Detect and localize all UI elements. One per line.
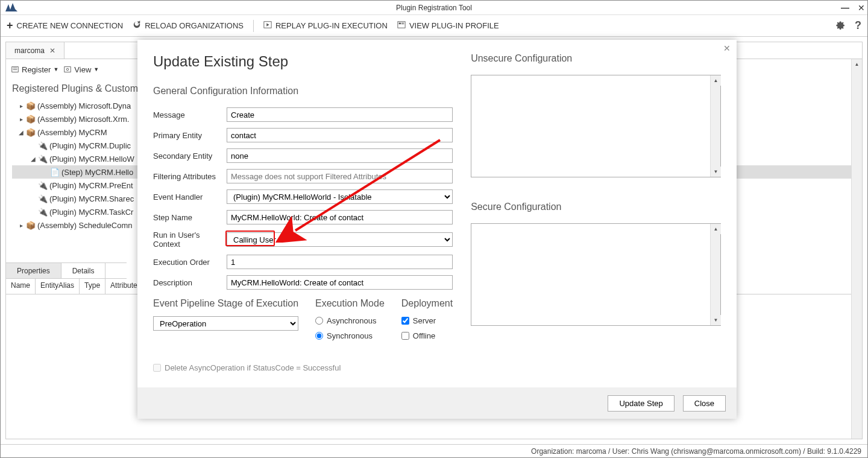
offline-check[interactable]: Offline [401,331,453,340]
run-context-label: Run in User's Context [153,231,227,249]
minimize-button[interactable]: — [841,3,849,13]
reload-orgs-button[interactable]: RELOAD ORGANIZATIONS [133,21,244,31]
assembly-icon: 📦 [27,221,35,229]
unsecure-heading: Unsecure Configuration [471,53,721,64]
expander-icon[interactable]: ▸ [18,222,24,228]
svg-rect-6 [13,68,17,68]
tree-label: (Plugin) MyCRM.Sharec [49,194,134,203]
pipeline-select[interactable]: PreOperation [153,316,298,331]
primary-entity-label: Primary Entity [153,131,227,140]
separator [253,20,254,32]
filtering-input [227,169,453,183]
event-handler-select[interactable]: (Plugin) MyCRM.HelloWorld - Isolatable [227,189,453,204]
svg-point-9 [67,68,69,71]
svg-rect-1 [398,22,405,28]
svg-rect-4 [401,24,404,24]
server-check[interactable]: Server [401,316,453,325]
scroll-down-icon[interactable]: ▼ [711,167,721,177]
message-input[interactable] [227,107,453,122]
plugin-icon: 🔌 [39,208,47,216]
async-label: Asynchronous [327,316,376,325]
tree-label: (Plugin) MyCRM.Duplic [49,141,131,150]
run-context-select[interactable]: Calling User [227,232,453,247]
chevron-down-icon: ▼ [93,66,99,72]
message-label: Message [153,110,227,119]
register-label: Register [22,65,51,74]
expander-icon[interactable]: ◢ [30,156,36,162]
tab-close-icon[interactable]: ✕ [49,46,55,55]
tree-label: (Plugin) MyCRM.PreEnt [49,181,133,190]
col-name[interactable]: Name [6,279,36,294]
statusbar-text: Organization: marcoma / User: Chris Wang… [531,447,861,456]
expander-icon[interactable]: ◢ [18,129,24,135]
gear-icon [834,19,845,30]
titlebar: Plugin Registration Tool — ✕ [1,1,867,15]
chevron-down-icon: ▼ [53,66,58,72]
scroll-down-icon[interactable]: ▼ [711,315,721,325]
view-profile-label: VIEW PLUG-IN PROFILE [409,21,499,30]
sync-radio[interactable]: Synchronous [315,331,385,340]
scroll-up-icon[interactable]: ▲ [852,59,862,69]
scroll-up-icon[interactable]: ▲ [711,75,721,86]
replay-button[interactable]: REPLAY PLUG-IN EXECUTION [263,21,388,31]
close-button[interactable]: Close [683,395,726,412]
view-label: View [74,65,91,74]
replay-label: REPLAY PLUG-IN EXECUTION [275,21,388,30]
view-dropdown[interactable]: View ▼ [63,65,99,74]
col-entityalias[interactable]: EntityAlias [36,279,80,294]
grid-header-row: Name EntityAlias Type Attributes [6,278,127,294]
tree-label: (Assembly) MyCRM [37,128,107,137]
statusbar: Organization: marcoma / User: Chris Wang… [1,444,867,457]
app-logo-icon [5,3,17,14]
reload-orgs-label: RELOAD ORGANIZATIONS [145,21,244,30]
close-button[interactable]: ✕ [858,3,865,13]
deployment-heading: Deployment [401,298,453,309]
exec-order-label: Execution Order [153,258,227,267]
tree-label: (Step) MyCRM.Hello [61,168,133,177]
org-tab[interactable]: marcoma ✕ [6,42,64,59]
tree-label: (Assembly) ScheduleComn [37,221,133,230]
scrollbar[interactable]: ▲ ▼ [710,75,720,177]
scroll-up-icon[interactable]: ▲ [711,224,721,234]
offline-label: Offline [413,331,435,340]
step-name-label: Step Name [153,213,227,222]
exec-order-input[interactable] [227,255,453,269]
expander-icon[interactable]: ▸ [18,103,24,109]
secure-config-textarea[interactable]: ▲ ▼ [471,223,721,326]
expander-icon[interactable]: ▸ [18,116,24,122]
description-input[interactable] [227,275,453,290]
secondary-entity-input[interactable] [227,148,453,163]
plugin-icon: 🔌 [39,181,47,189]
tab-details[interactable]: Details [61,263,106,278]
description-label: Description [153,278,227,287]
col-type[interactable]: Type [80,279,105,294]
tree-label: (Plugin) MyCRM.HelloW [49,154,134,164]
assembly-icon: 📦 [27,101,35,110]
update-step-button[interactable]: Update Step [608,395,674,412]
tree-label: (Plugin) MyCRM.TaskCr [49,208,133,217]
exec-mode-heading: Execution Mode [315,298,385,309]
step-name-input[interactable] [227,210,453,224]
update-step-dialog: ✕ Update Existing Step General Configura… [137,40,737,419]
svg-rect-7 [13,69,17,70]
settings-button[interactable] [834,19,845,32]
register-icon [11,65,19,74]
scrollbar[interactable]: ▲ ▼ [710,224,720,325]
tree-label: (Assembly) Microsoft.Xrm. [37,115,129,124]
view-profile-button[interactable]: VIEW PLUG-IN PROFILE [397,21,499,31]
unsecure-config-textarea[interactable]: ▲ ▼ [471,75,721,177]
server-label: Server [413,316,436,325]
svg-rect-2 [399,23,401,25]
profile-icon [397,21,406,31]
async-radio[interactable]: Asynchronous [315,316,385,325]
scrollbar[interactable]: ▲ [851,59,862,439]
dialog-close-button[interactable]: ✕ [723,43,731,53]
create-connection-button[interactable]: + CREATE NEW CONNECTION [7,19,123,32]
tab-properties[interactable]: Properties [6,263,61,278]
svg-rect-3 [401,23,404,24]
secure-heading: Secure Configuration [471,202,721,212]
help-button[interactable]: ? [855,19,861,32]
plugin-icon: 🔌 [39,141,47,150]
primary-entity-input[interactable] [227,128,453,142]
register-dropdown[interactable]: Register ▼ [11,65,58,74]
